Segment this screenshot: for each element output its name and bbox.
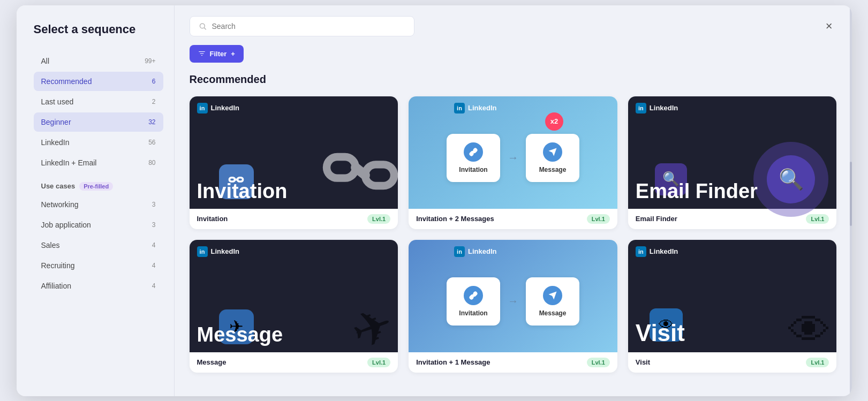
step-box-invitation: Invitation <box>447 134 500 182</box>
linkedin-logo-2: in <box>454 103 465 114</box>
linkedin-label-4: LinkedIn <box>211 247 239 255</box>
step-boxes-2: Invitation → Message <box>447 277 579 326</box>
search-input[interactable] <box>212 22 405 31</box>
chain-icon-decoration <box>312 123 398 220</box>
use-cases-section: Use cases Pre-filled <box>34 173 163 195</box>
filter-icon <box>198 50 206 57</box>
linkedin-logo-6: in <box>636 246 646 257</box>
card-inv2msg-level: Lvl.1 <box>587 214 610 224</box>
search-bar[interactable] <box>190 16 414 36</box>
message-big-title: Message <box>197 324 283 345</box>
linkedin-logo-5: in <box>454 246 465 257</box>
linkedin-logo: in <box>197 103 208 114</box>
card-invitation-2-messages-image: in LinkedIn x2 Invitation → <box>409 96 617 209</box>
paper-plane-large: ✈ <box>345 298 398 357</box>
sidebar-item-sales-label: Sales <box>41 241 60 249</box>
card-grid: in LinkedIn Invitation <box>190 96 837 373</box>
sidebar-item-linkedin-email[interactable]: LinkedIn + Email 80 <box>34 153 163 172</box>
select-sequence-modal: Select a sequence All 99+ Recommended 6 … <box>17 5 852 396</box>
sidebar: Select a sequence All 99+ Recommended 6 … <box>17 5 175 396</box>
filter-label: Filter <box>210 50 227 58</box>
sidebar-item-recommended-count: 6 <box>152 78 156 85</box>
card-invitation-1-message[interactable]: in LinkedIn Invitation → <box>409 240 617 373</box>
linkedin-label-3: LinkedIn <box>650 104 678 112</box>
close-button[interactable]: × <box>821 16 837 36</box>
card-inv2msg-footer: Invitation + 2 Messages Lvl.1 <box>409 209 617 229</box>
sidebar-item-last-used-count: 2 <box>152 98 156 105</box>
sidebar-item-affiliation[interactable]: Affiliation 4 <box>34 276 163 296</box>
visit-big-title: Visit <box>636 321 685 345</box>
email-finder-big-title: Email Finder <box>636 181 758 201</box>
card-inv1msg-title: Invitation + 1 Message <box>416 358 490 366</box>
card-visit-level: Lvl.1 <box>806 358 829 367</box>
sidebar-item-linkedin-label: LinkedIn <box>41 138 70 147</box>
sidebar-item-beginner-count: 32 <box>148 118 155 126</box>
linkedin-logo-4: in <box>197 246 208 257</box>
sidebar-item-affiliation-count: 4 <box>152 282 156 290</box>
search-circle-inner: 🔍 <box>767 155 815 203</box>
card-visit[interactable]: in LinkedIn Visit 👁 👁 Visit Lvl.1 <box>628 240 837 373</box>
linkedin-header-message: in LinkedIn <box>197 246 239 257</box>
card-visit-image: in LinkedIn Visit 👁 👁 <box>628 240 837 352</box>
step-box-invitation-2: Invitation <box>447 277 500 326</box>
sidebar-item-beginner[interactable]: Beginner 32 <box>34 112 163 132</box>
card-invitation[interactable]: in LinkedIn Invitation <box>190 96 398 229</box>
card-invitation-1-message-image: in LinkedIn Invitation → <box>409 240 617 352</box>
search-circle-outer: 🔍 <box>753 142 828 217</box>
sidebar-item-recommended[interactable]: Recommended 6 <box>34 72 163 91</box>
linkedin-header-visit: in LinkedIn <box>636 246 678 257</box>
inv1msg-card-content: in LinkedIn Invitation → <box>447 240 579 352</box>
sidebar-item-sales-count: 4 <box>152 241 156 249</box>
step-boxes: Invitation → Message <box>447 134 579 182</box>
search-icon <box>199 22 207 31</box>
section-heading: Recommended <box>190 73 837 86</box>
use-cases-label: Use cases <box>41 182 76 190</box>
sidebar-item-job-application-label: Job application <box>41 221 91 229</box>
step-invitation-label-2: Invitation <box>459 309 487 317</box>
sidebar-item-sales[interactable]: Sales 4 <box>34 236 163 255</box>
card-message-level: Lvl.1 <box>367 358 390 367</box>
svg-point-0 <box>200 24 205 28</box>
svg-line-1 <box>204 27 206 29</box>
card-message[interactable]: in LinkedIn Message ✈ ✈ Message Lvl.1 <box>190 240 398 373</box>
card-invitation-image: in LinkedIn Invitation <box>190 96 398 209</box>
svg-line-4 <box>356 167 365 175</box>
linkedin-label: LinkedIn <box>211 104 239 112</box>
sidebar-item-last-used[interactable]: Last used 2 <box>34 92 163 111</box>
sidebar-item-linkedin-email-count: 80 <box>148 159 155 167</box>
inv-msg-card-content: in LinkedIn x2 Invitation → <box>447 96 579 209</box>
card-message-title: Message <box>197 358 227 366</box>
card-inv2msg-title: Invitation + 2 Messages <box>416 215 494 223</box>
visit-card-content: in LinkedIn Visit 👁 👁 <box>628 240 837 352</box>
sidebar-item-networking[interactable]: Networking 3 <box>34 195 163 214</box>
filter-button[interactable]: Filter + <box>190 45 244 63</box>
sidebar-item-job-application[interactable]: Job application 3 <box>34 215 163 234</box>
sidebar-item-linkedin[interactable]: LinkedIn 56 <box>34 133 163 152</box>
invitation-step-icon <box>464 142 483 162</box>
linkedin-label-6: LinkedIn <box>650 247 678 255</box>
card-email-finder[interactable]: in LinkedIn Email Finder 🔍 🔍 Email Finde… <box>628 96 837 229</box>
sidebar-item-recruiting-count: 4 <box>152 262 156 269</box>
linkedin-header-inv1msg: in LinkedIn <box>454 246 496 257</box>
sidebar-item-recommended-label: Recommended <box>41 77 92 86</box>
filter-plus-icon: + <box>231 50 235 58</box>
message-step-icon <box>543 142 562 162</box>
message-card-content: in LinkedIn Message ✈ ✈ <box>190 240 398 352</box>
card-message-image: in LinkedIn Message ✈ ✈ <box>190 240 398 352</box>
card-visit-footer: Visit Lvl.1 <box>628 352 837 373</box>
card-email-finder-title: Email Finder <box>636 215 677 223</box>
sidebar-item-recruiting[interactable]: Recruiting 4 <box>34 256 163 275</box>
sidebar-item-last-used-label: Last used <box>41 97 74 106</box>
header-row: × <box>190 16 837 36</box>
linkedin-logo-3: in <box>636 103 646 114</box>
sidebar-item-all[interactable]: All 99+ <box>34 51 163 71</box>
sidebar-item-all-count: 99+ <box>145 57 155 65</box>
sidebar-item-networking-count: 3 <box>152 201 156 208</box>
email-finder-card-content: in LinkedIn Email Finder 🔍 🔍 <box>628 96 837 209</box>
card-invitation-2-messages[interactable]: in LinkedIn x2 Invitation → <box>409 96 617 229</box>
linkedin-label-2: LinkedIn <box>468 104 496 112</box>
step-invitation-label: Invitation <box>459 166 487 173</box>
main-content: × Filter + Recommended in LinkedIn Inv <box>175 5 852 396</box>
invitation-step-icon-2 <box>464 286 483 305</box>
sidebar-item-all-label: All <box>41 57 50 65</box>
